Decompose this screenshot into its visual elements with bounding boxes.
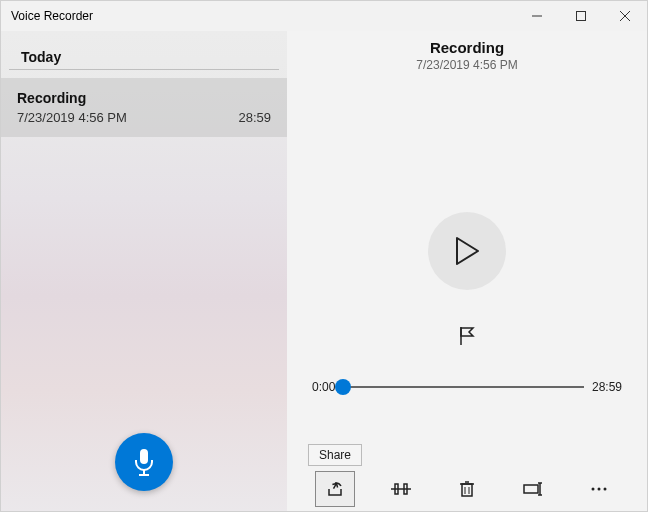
timeline-end: 28:59	[592, 380, 622, 394]
delete-button[interactable]	[447, 471, 487, 507]
svg-rect-4	[140, 449, 148, 464]
voice-recorder-window: Voice Recorder Today Recording 7/23/2019…	[0, 0, 648, 512]
trim-icon	[391, 481, 411, 497]
ellipsis-icon	[590, 486, 608, 492]
player-title: Recording	[416, 39, 517, 56]
svg-rect-12	[462, 484, 472, 496]
svg-point-22	[598, 488, 601, 491]
recording-item-date: 7/23/2019 4:56 PM	[17, 110, 127, 125]
recordings-sidebar: Today Recording 7/23/2019 4:56 PM 28:59	[1, 31, 287, 511]
player-panel: Recording 7/23/2019 4:56 PM 0:00	[287, 31, 647, 511]
maximize-button[interactable]	[559, 1, 603, 31]
play-button[interactable]	[428, 212, 506, 290]
more-button[interactable]	[579, 471, 619, 507]
titlebar: Voice Recorder	[1, 1, 647, 31]
share-tooltip: Share	[308, 444, 362, 466]
window-controls	[515, 1, 647, 31]
app-title: Voice Recorder	[11, 9, 93, 23]
trash-icon	[459, 480, 475, 498]
section-header-today: Today	[9, 31, 279, 70]
rename-button[interactable]	[513, 471, 553, 507]
flag-icon	[458, 326, 476, 346]
recording-item[interactable]: Recording 7/23/2019 4:56 PM 28:59	[1, 78, 287, 137]
timeline-track[interactable]	[343, 386, 584, 388]
player-date: 7/23/2019 4:56 PM	[416, 58, 517, 72]
recording-item-duration: 28:59	[238, 110, 271, 125]
add-marker-button[interactable]	[458, 326, 476, 346]
timeline-thumb[interactable]	[335, 379, 351, 395]
close-button[interactable]	[603, 1, 647, 31]
minimize-button[interactable]	[515, 1, 559, 31]
share-button[interactable]: Share	[315, 471, 355, 507]
svg-rect-1	[577, 12, 586, 21]
svg-point-23	[604, 488, 607, 491]
share-icon	[326, 480, 344, 498]
svg-rect-17	[524, 485, 538, 493]
microphone-icon	[133, 448, 155, 476]
recording-item-title: Recording	[17, 90, 271, 106]
player-header: Recording 7/23/2019 4:56 PM	[416, 39, 517, 72]
bottom-toolbar: Share	[287, 467, 647, 511]
recording-item-meta: 7/23/2019 4:56 PM 28:59	[17, 110, 271, 125]
trim-button[interactable]	[381, 471, 421, 507]
svg-marker-7	[457, 238, 478, 264]
rename-icon	[523, 482, 543, 496]
record-button[interactable]	[115, 433, 173, 491]
timeline-start: 0:00	[312, 380, 335, 394]
play-icon	[454, 236, 480, 266]
svg-point-21	[592, 488, 595, 491]
content: Today Recording 7/23/2019 4:56 PM 28:59	[1, 31, 647, 511]
timeline: 0:00 28:59	[312, 380, 622, 394]
